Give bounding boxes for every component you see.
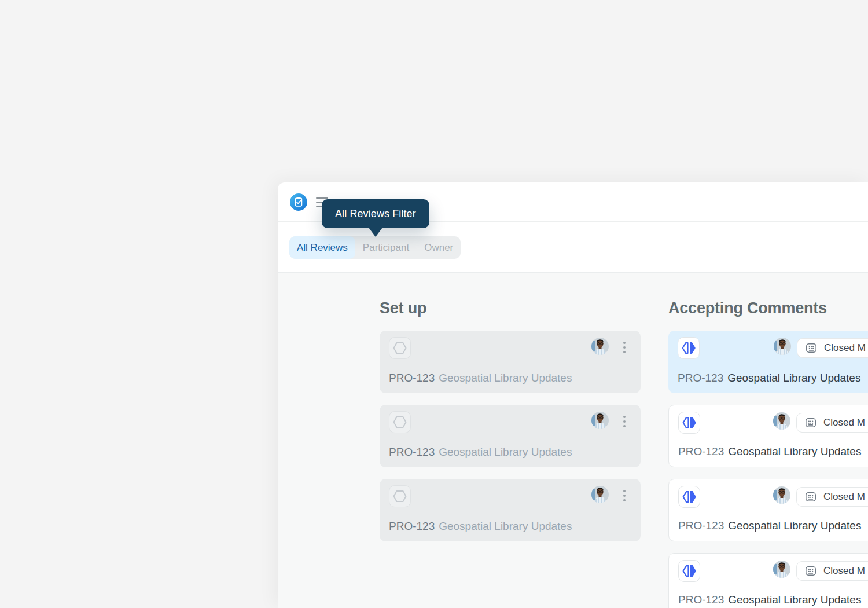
tab-participant[interactable]: Participant <box>355 236 417 259</box>
card-title: Geospatial Library Updates <box>728 519 861 532</box>
avatar <box>591 338 609 355</box>
review-card[interactable]: PRO-123Geospatial Library Updates <box>380 331 641 393</box>
tab-label: Owner <box>424 242 453 254</box>
hexagon-outline-icon <box>389 485 411 507</box>
tab-all-reviews[interactable]: All Reviews <box>289 236 355 259</box>
badge-label: Closed M <box>823 417 865 428</box>
app-header: All Reviews Filter <box>278 182 868 222</box>
hexagon-outline-icon <box>389 411 411 433</box>
review-card[interactable]: PRO-123Geospatial Library Updates <box>380 405 641 467</box>
card-title: Geospatial Library Updates <box>727 372 860 384</box>
tab-label: All Reviews <box>297 242 348 254</box>
hexagon-half-filled-icon <box>678 560 700 582</box>
avatar <box>773 486 790 504</box>
hexagon-half-filled-icon <box>678 412 700 434</box>
avatar <box>591 486 609 503</box>
board-content: Set up PRO-123Geospatial Library Updates <box>278 272 868 608</box>
card-id: PRO-123 <box>678 519 724 532</box>
all-reviews-filter-tooltip: All Reviews Filter <box>322 199 429 228</box>
kebab-menu-icon[interactable] <box>622 490 627 501</box>
column-title: Set up <box>380 299 641 317</box>
column-accepting-comments: Accepting Comments Closed M PRO-123Geo <box>668 299 868 608</box>
avatar <box>773 412 790 430</box>
badge-label: Closed M <box>823 491 865 503</box>
card-id: PRO-123 <box>389 446 435 458</box>
card-id: PRO-123 <box>678 594 724 606</box>
review-card[interactable]: Closed M PRO-123Geospatial Library Updat… <box>668 553 868 608</box>
avatar <box>773 561 790 578</box>
calendar-icon <box>805 491 816 503</box>
card-title: Geospatial Library Updates <box>439 372 572 384</box>
closed-date-badge[interactable]: Closed M <box>796 561 868 581</box>
tooltip-arrow <box>369 228 382 237</box>
calendar-icon <box>805 417 816 428</box>
card-title: Geospatial Library Updates <box>439 520 572 532</box>
review-card[interactable]: Closed M PRO-123Geospatial Library Updat… <box>668 479 868 541</box>
card-id: PRO-123 <box>678 445 724 457</box>
closed-date-badge[interactable]: Closed M <box>797 338 868 358</box>
kebab-menu-icon[interactable] <box>622 342 627 353</box>
review-card[interactable]: Closed M PRO-123Geospatial Library Updat… <box>668 331 868 393</box>
review-card[interactable]: PRO-123Geospatial Library Updates <box>380 479 641 541</box>
hexagon-half-filled-icon <box>678 337 700 359</box>
calendar-icon <box>805 565 816 577</box>
filter-tabs: All Reviews Participant Owner <box>289 236 461 259</box>
avatar <box>774 338 791 355</box>
closed-date-badge[interactable]: Closed M <box>796 487 868 507</box>
hexagon-half-filled-icon <box>678 486 700 508</box>
card-title: Geospatial Library Updates <box>728 445 861 457</box>
calendar-icon <box>806 342 817 354</box>
tab-label: Participant <box>363 242 409 254</box>
avatar <box>591 412 609 429</box>
card-title: Geospatial Library Updates <box>439 446 572 458</box>
badge-label: Closed M <box>824 342 866 354</box>
card-title: Geospatial Library Updates <box>728 594 861 606</box>
card-id: PRO-123 <box>678 372 723 384</box>
reviews-app-window: All Reviews Filter All Reviews Participa… <box>278 182 868 608</box>
clipboard-check-icon <box>290 193 307 211</box>
card-id: PRO-123 <box>389 372 435 384</box>
column-title: Accepting Comments <box>668 299 868 317</box>
review-card[interactable]: Closed M PRO-123Geospatial Library Updat… <box>668 405 868 467</box>
badge-label: Closed M <box>823 565 865 577</box>
tab-owner[interactable]: Owner <box>417 236 461 259</box>
column-set-up: Set up PRO-123Geospatial Library Updates <box>380 299 641 608</box>
hexagon-outline-icon <box>389 337 411 359</box>
card-id: PRO-123 <box>389 520 435 532</box>
kebab-menu-icon[interactable] <box>622 416 627 427</box>
closed-date-badge[interactable]: Closed M <box>796 413 868 433</box>
tooltip-label: All Reviews Filter <box>335 208 416 220</box>
